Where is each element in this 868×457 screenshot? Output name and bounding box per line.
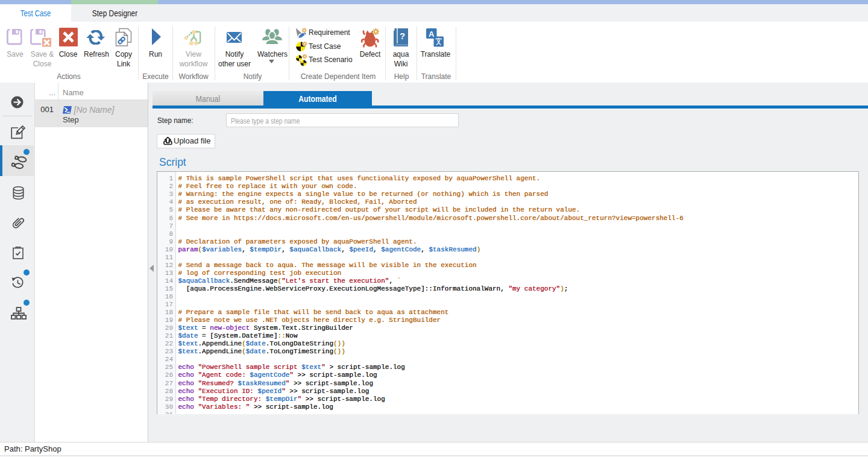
- svg-text:?: ?: [400, 31, 405, 41]
- svg-text:A: A: [429, 30, 435, 39]
